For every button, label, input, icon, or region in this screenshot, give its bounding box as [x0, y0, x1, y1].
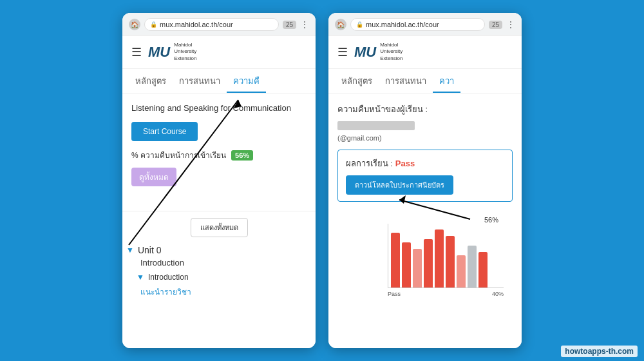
- unit-subtitle: Introduction: [140, 258, 312, 268]
- tab-discussion-left[interactable]: การสนทนา: [173, 69, 227, 93]
- right-page-content: ☰ MU Mahidol University Extension หลักสู…: [328, 35, 522, 348]
- intro-chevron-icon: ▼: [137, 273, 144, 282]
- result-card: ผลการเรียน : Pass ดาวน์โหลดใบประกาศนียบั…: [337, 150, 513, 202]
- left-course-section: Listening and Speaking for Communication…: [122, 93, 316, 204]
- right-tab-count[interactable]: 25: [489, 21, 502, 29]
- right-url-text: mux.mahidol.ac.th/cour: [366, 21, 439, 28]
- progress-row: % ความคืบหน้าการเข้าเรียน 56%: [131, 149, 307, 161]
- bar-7: [457, 255, 466, 288]
- right-progress-section: ความคืบหน้าของผู้เรียน : (@gmail.com) ผล…: [328, 93, 522, 311]
- bar-chart: [388, 224, 504, 288]
- mu-logo: MU: [148, 44, 170, 61]
- divider: [122, 211, 316, 211]
- lock-icon: 🔒: [150, 21, 157, 28]
- hamburger-icon[interactable]: ☰: [131, 45, 142, 59]
- unit-section: แสดงทั้งหมด ▼ Unit 0 Introduction ▼ Intr…: [122, 218, 316, 298]
- chart-labels: Pass 40%: [388, 291, 504, 297]
- unit-label: Unit 0: [138, 245, 162, 255]
- tab-progress-right[interactable]: ควา: [433, 69, 460, 93]
- result-pass: Pass: [395, 159, 415, 168]
- left-address-bar[interactable]: 🔒 mux.mahidol.ac.th/cour: [144, 18, 279, 31]
- left-more-menu[interactable]: ⋮: [300, 19, 309, 30]
- toggle-all-button[interactable]: ดูทั้งหมด: [131, 168, 176, 186]
- left-tab-count[interactable]: 25: [283, 21, 296, 29]
- start-course-button[interactable]: Start Course: [131, 122, 198, 141]
- progress-section-label: ความคืบหน้าของผู้เรียน :: [337, 102, 513, 116]
- left-browser-chrome: 🏠 🔒 mux.mahidol.ac.th/cour 25 ⋮: [122, 13, 316, 35]
- left-page-content: ☰ MU Mahidol University Extension หลักสู…: [122, 35, 316, 348]
- email-blur-bar: [337, 121, 415, 130]
- right-browser-window: 🏠 🔒 mux.mahidol.ac.th/cour 25 ⋮ ☰ MU Mah…: [328, 13, 522, 348]
- progress-text: % ความคืบหน้าการเข้าเรียน: [131, 149, 226, 161]
- bar-3: [413, 249, 422, 288]
- right-hamburger-icon[interactable]: ☰: [337, 45, 348, 59]
- guide-link[interactable]: แนะนำรายวิชา: [140, 286, 312, 298]
- bar-4: [424, 239, 433, 288]
- left-nav-tabs: หลักสูตร การสนทนา ความคื: [122, 69, 316, 93]
- bar-5: [435, 229, 444, 288]
- progress-badge: 56%: [231, 150, 253, 161]
- chevron-icon: ▼: [126, 246, 134, 255]
- bar-8: [468, 246, 477, 288]
- result-label: ผลการเรียน : Pass: [346, 157, 504, 170]
- left-logo-area: MU Mahidol University Extension: [148, 42, 196, 62]
- left-nav-bar: 🏠 🔒 mux.mahidol.ac.th/cour 25 ⋮: [129, 18, 309, 31]
- bar-1: [391, 233, 400, 288]
- right-more-menu[interactable]: ⋮: [506, 19, 515, 30]
- right-home-icon[interactable]: 🏠: [335, 19, 346, 30]
- right-app-header: ☰ MU Mahidol University Extension: [328, 35, 522, 69]
- intro-row: ▼ Introduction: [137, 273, 312, 282]
- arrows-overlay: [0, 0, 644, 361]
- left-app-header: ☰ MU Mahidol University Extension: [122, 35, 316, 69]
- left-browser-window: 🏠 🔒 mux.mahidol.ac.th/cour 25 ⋮ ☰ MU Mah…: [122, 13, 316, 348]
- show-all-button[interactable]: แสดงทั้งหมด: [191, 218, 248, 237]
- right-address-bar[interactable]: 🔒 mux.mahidol.ac.th/cour: [350, 18, 485, 31]
- home-icon[interactable]: 🏠: [129, 19, 140, 30]
- bar-6: [446, 236, 455, 288]
- chart-pass-label: Pass: [388, 291, 401, 297]
- right-nav-tabs: หลักสูตร การสนทนา ควา: [328, 69, 522, 93]
- tab-curriculum-right[interactable]: หลักสูตร: [335, 69, 379, 93]
- tab-curriculum-left[interactable]: หลักสูตร: [129, 69, 173, 93]
- watermark: howtoapps-th.com: [561, 346, 638, 357]
- right-mu-logo: MU: [354, 44, 376, 61]
- chart-area: 56% Pass 40%: [337, 211, 513, 302]
- course-title: Listening and Speaking for Communication: [131, 102, 307, 114]
- right-browser-chrome: 🏠 🔒 mux.mahidol.ac.th/cour 25 ⋮: [328, 13, 522, 35]
- right-logo-area: MU Mahidol University Extension: [354, 42, 402, 62]
- chart-percent-label: 56%: [484, 216, 498, 224]
- chart-40-label: 40%: [492, 291, 504, 297]
- download-cert-button[interactable]: ดาวน์โหลดใบประกาศนียบัตร: [346, 175, 453, 195]
- bar-2: [402, 242, 411, 288]
- intro-label: Introduction: [148, 273, 189, 282]
- right-nav-bar: 🏠 🔒 mux.mahidol.ac.th/cour 25 ⋮: [335, 18, 515, 31]
- logo-text: Mahidol University Extension: [174, 42, 196, 62]
- unit-header: ▼ Unit 0: [126, 245, 312, 255]
- right-logo-text: Mahidol University Extension: [380, 42, 402, 62]
- right-lock-icon: 🔒: [356, 21, 363, 28]
- left-url-text: mux.mahidol.ac.th/cour: [160, 21, 233, 28]
- tab-discussion-right[interactable]: การสนทนา: [379, 69, 433, 93]
- email-text: (@gmail.com): [337, 134, 513, 142]
- tab-progress-left[interactable]: ความคื: [227, 69, 266, 93]
- bar-9: [478, 252, 488, 288]
